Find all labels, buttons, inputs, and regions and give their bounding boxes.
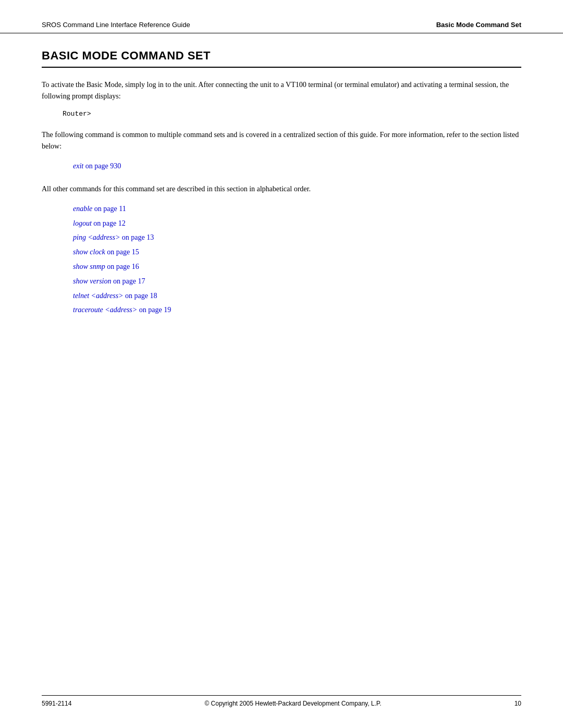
command-link-item: logout on page 12: [73, 217, 521, 230]
paragraph-1: To activate the Basic Mode, simply log i…: [42, 79, 521, 103]
command-link-page-5[interactable]: on page 17: [113, 277, 145, 285]
command-link-italic-5[interactable]: show version: [73, 277, 112, 285]
title-word-basic-rest: ASIC: [50, 49, 82, 62]
command-link-item: show clock on page 15: [73, 246, 521, 258]
footer-center: © Copyright 2005 Hewlett-Packard Develop…: [204, 700, 381, 707]
command-link-item: show version on page 17: [73, 275, 521, 288]
command-link-italic-1[interactable]: logout: [73, 219, 92, 227]
code-prompt: Router>: [63, 110, 521, 118]
title-word-command-rest: OMMAND: [130, 49, 188, 62]
command-link-page-4[interactable]: on page 16: [107, 263, 139, 270]
page-header: SROS Command Line Interface Reference Gu…: [0, 0, 563, 33]
footer-left: 5991-2114: [42, 700, 71, 707]
command-link-item: telnet <address> on page 18: [73, 290, 521, 302]
page-footer: 5991-2114 © Copyright 2005 Hewlett-Packa…: [42, 695, 521, 707]
main-content: BASIC MODE COMMAND SET To activate the B…: [0, 33, 563, 360]
title-word-basic: B: [42, 49, 50, 62]
command-link-item: show snmp on page 16: [73, 261, 521, 273]
command-link-item: ping <address> on page 13: [73, 231, 521, 244]
paragraph-2: The following command is common to multi…: [42, 129, 521, 153]
command-link-page-6[interactable]: on page 18: [125, 292, 157, 300]
exit-link[interactable]: exit: [73, 162, 83, 170]
command-link-page-7[interactable]: on page 19: [139, 306, 171, 314]
command-link-italic-2[interactable]: ping <address>: [73, 233, 120, 241]
title-word-set: S: [188, 49, 195, 62]
title-word-command: C: [121, 49, 129, 62]
command-link-page-1[interactable]: on page 12: [93, 219, 125, 227]
command-link-item: traceroute <address> on page 19: [73, 304, 521, 316]
command-link-italic-7[interactable]: traceroute <address>: [73, 306, 137, 314]
title-word-mode: M: [82, 49, 92, 62]
command-link-page-3[interactable]: on page 15: [107, 248, 139, 256]
page-title: BASIC MODE COMMAND SET: [42, 49, 521, 68]
command-link-item: enable on page 11: [73, 203, 521, 215]
command-link-italic-0[interactable]: enable: [73, 205, 92, 213]
command-link-italic-4[interactable]: show snmp: [73, 263, 105, 270]
commands-link-list: enable on page 11logout on page 12ping <…: [73, 203, 521, 316]
command-link-page-2[interactable]: on page 13: [122, 233, 154, 241]
command-link-italic-6[interactable]: telnet <address>: [73, 292, 124, 300]
footer-right: 10: [515, 700, 521, 707]
paragraph-3: All other commands for this command set …: [42, 183, 521, 195]
page-container: SROS Command Line Interface Reference Gu…: [0, 0, 563, 728]
header-right-text: Basic Mode Command Set: [436, 21, 521, 29]
command-link-page-0[interactable]: on page 11: [94, 205, 126, 213]
command-link-italic-3[interactable]: show clock: [73, 248, 105, 256]
exit-link-item: exit on page 930: [73, 160, 521, 172]
header-left-text: SROS Command Line Interface Reference Gu…: [42, 21, 190, 29]
title-word-set-rest: ET: [195, 49, 211, 62]
exit-link-page[interactable]: on page 930: [85, 162, 121, 170]
title-word-mode-rest: ODE: [92, 49, 121, 62]
exit-link-container: exit on page 930: [73, 160, 521, 172]
